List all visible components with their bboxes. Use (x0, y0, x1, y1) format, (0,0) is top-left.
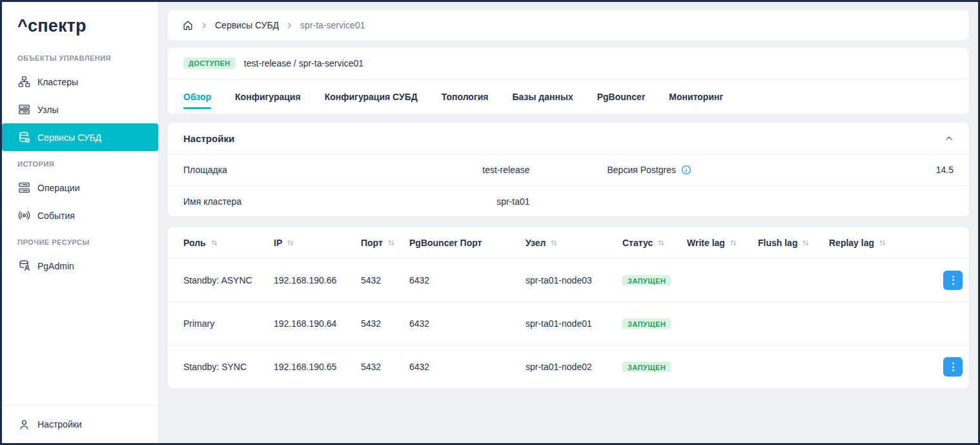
sort-icon (879, 239, 886, 247)
tab-monitoring[interactable]: Мониторинг (669, 79, 723, 114)
database-icon (17, 131, 30, 144)
column-header-ip[interactable]: IP (274, 238, 361, 248)
field-label: Площадка (183, 165, 227, 175)
breadcrumb-item-dbms-services[interactable]: Сервисы СУБД (215, 20, 279, 30)
field-site: Площадка test-release (183, 154, 530, 185)
field-label: Имя кластера (183, 196, 241, 207)
sort-icon (730, 239, 737, 247)
status-badge: ЗАПУЩЕН (622, 318, 671, 329)
operations-icon (17, 181, 30, 194)
cell-status: ЗАПУЩЕН (622, 275, 687, 285)
row-actions-button[interactable] (943, 271, 963, 290)
field-value: spr-ta01 (496, 196, 529, 207)
pgadmin-icon (17, 260, 30, 273)
kebab-icon (952, 362, 954, 364)
tab-topology[interactable]: Топология (442, 79, 489, 114)
row-actions-button[interactable] (943, 357, 963, 377)
status-badge: ЗАПУЩЕН (622, 275, 671, 285)
cell-status: ЗАПУЩЕН (622, 318, 687, 329)
column-header-status[interactable]: Статус (622, 238, 687, 248)
sort-icon (550, 239, 558, 247)
sort-icon (657, 239, 665, 247)
sort-icon (802, 239, 810, 247)
sidebar-item-nodes[interactable]: Узлы (2, 96, 158, 123)
clusters-icon (17, 76, 30, 88)
breadcrumb-home-link[interactable] (182, 19, 194, 31)
cell-actions (941, 271, 963, 290)
chevron-right-icon (286, 22, 293, 29)
cell-pgbouncer-port: 6432 (409, 318, 526, 329)
sidebar-section-history: ИСТОРИЯ (2, 151, 158, 174)
chevron-right-icon (201, 22, 208, 29)
cell-ip: 192.168.190.66 (274, 275, 361, 285)
service-header-card: ДОСТУПЕН test-release / spr-ta-service01… (168, 48, 969, 114)
tab-databases[interactable]: Базы данных (513, 79, 573, 114)
field-postgres-version: Версия Postgres 14.5 (607, 154, 954, 185)
sidebar-item-events[interactable]: События (2, 202, 158, 229)
cell-status: ЗАПУЩЕН (622, 362, 687, 372)
field-value: 14.5 (936, 165, 954, 175)
settings-panel-header: Настройки (168, 123, 969, 154)
kebab-icon (952, 276, 954, 278)
nodes-table: Роль IP Порт PgBouncer Порт Узел (168, 227, 969, 388)
column-header-flush-lag[interactable]: Flush lag (758, 238, 829, 248)
column-header-write-lag[interactable]: Write lag (687, 238, 758, 248)
cell-role: Standby: ASYNC (183, 275, 274, 285)
field-cluster-name: Имя кластера spr-ta01 (183, 186, 530, 216)
user-icon (17, 418, 30, 431)
cell-role: Primary (183, 318, 274, 329)
column-header-node[interactable]: Узел (526, 238, 622, 248)
sidebar-item-settings[interactable]: Настройки (2, 405, 158, 443)
field-value: test-release (482, 165, 529, 175)
breadcrumb: Сервисы СУБД spr-ta-service01 (168, 10, 969, 40)
settings-row: Имя кластера spr-ta01 (168, 185, 969, 216)
sidebar-item-clusters[interactable]: Кластеры (2, 68, 158, 96)
cell-node: spr-ta01-node01 (526, 318, 622, 329)
cell-port: 5432 (361, 362, 409, 372)
column-header-role[interactable]: Роль (183, 238, 274, 248)
sidebar-section-management-objects: ОБЪЕКТЫ УПРАВЛЕНИЯ (2, 45, 158, 68)
table-row: Standby: SYNC 192.168.190.65 5432 6432 s… (168, 345, 969, 388)
sidebar-item-label: Операции (37, 183, 80, 193)
cell-node: spr-ta01-node02 (526, 362, 622, 372)
nodes-icon (17, 103, 30, 116)
settings-row: Площадка test-release Версия Postgres 14… (168, 154, 969, 185)
tab-dbms-configuration[interactable]: Конфигурация СУБД (325, 79, 418, 114)
cell-ip: 192.168.190.65 (274, 362, 361, 372)
cell-node: spr-ta01-node03 (526, 275, 622, 285)
sidebar-item-dbms-services[interactable]: Сервисы СУБД (2, 123, 158, 151)
info-icon[interactable] (681, 165, 691, 175)
sidebar-item-operations[interactable]: Операции (2, 174, 158, 202)
breadcrumb-item-service-name: spr-ta-service01 (300, 20, 365, 30)
sidebar-item-label: Кластеры (37, 77, 78, 87)
settings-panel: Настройки Площадка test-release Версия P… (168, 123, 969, 216)
cell-actions (941, 357, 963, 377)
app-window: ^спектр ОБЪЕКТЫ УПРАВЛЕНИЯ Кластеры Узлы… (0, 0, 980, 445)
status-badge: ЗАПУЩЕН (622, 362, 671, 372)
column-header-replay-lag[interactable]: Replay lag (829, 238, 941, 248)
column-header-port[interactable]: Порт (361, 238, 409, 248)
sort-icon (287, 239, 294, 247)
home-icon (182, 19, 194, 31)
collapse-button[interactable] (944, 134, 954, 143)
cell-role: Standby: SYNC (183, 362, 274, 372)
table-row: Standby: ASYNC 192.168.190.66 5432 6432 … (168, 258, 969, 302)
main-content: Сервисы СУБД spr-ta-service01 ДОСТУПЕН t… (159, 2, 978, 443)
sidebar-item-pgadmin[interactable]: PgAdmin (2, 252, 158, 280)
tab-configuration[interactable]: Конфигурация (235, 79, 301, 114)
sidebar-footer-label: Настройки (37, 419, 82, 429)
service-title: test-release / spr-ta-service01 (244, 58, 363, 68)
sidebar-item-label: PgAdmin (37, 261, 74, 271)
cell-pgbouncer-port: 6432 (409, 362, 526, 372)
cell-port: 5432 (361, 275, 409, 285)
tab-overview[interactable]: Обзор (183, 79, 211, 114)
sidebar: ^спектр ОБЪЕКТЫ УПРАВЛЕНИЯ Кластеры Узлы… (2, 2, 159, 443)
sidebar-item-label: Узлы (37, 105, 59, 115)
sort-icon (387, 239, 395, 247)
tab-pgbouncer[interactable]: PgBouncer (597, 79, 646, 114)
chevron-up-icon (944, 134, 954, 143)
service-status-row: ДОСТУПЕН test-release / spr-ta-service01 (168, 48, 969, 79)
status-badge: ДОСТУПЕН (183, 57, 236, 69)
cell-port: 5432 (361, 318, 409, 329)
table-row: Primary 192.168.190.64 5432 6432 spr-ta0… (168, 302, 969, 345)
